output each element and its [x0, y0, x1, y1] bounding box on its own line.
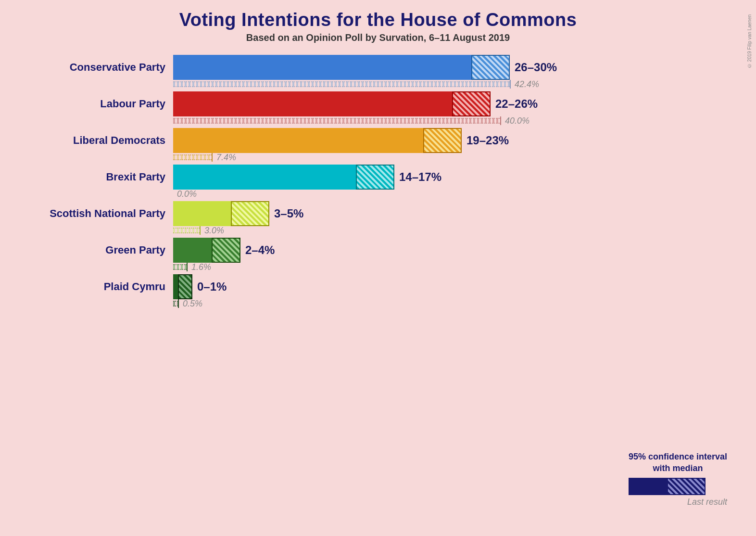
- chart-subtitle: Based on an Opinion Poll by Survation, 6…: [19, 32, 737, 43]
- vertical-line: [200, 226, 201, 235]
- last-result-bar: [173, 118, 500, 124]
- party-row: Conservative Party26–30%42.4%: [34, 55, 737, 89]
- last-result-bar: [173, 228, 200, 233]
- bar-section: 0–1%: [173, 274, 227, 299]
- bar-section: 26–30%: [173, 55, 557, 80]
- solid-bar: [173, 55, 471, 80]
- vertical-line: [510, 80, 511, 89]
- chart-container: Voting Intentions for the House of Commo…: [0, 0, 756, 536]
- solid-bar: [173, 238, 212, 263]
- last-result-line: 40.0%: [173, 116, 737, 125]
- party-row: Labour Party22–26%40.0%: [34, 91, 737, 125]
- bar-line: Scottish National Party3–5%: [34, 201, 737, 226]
- party-row: Scottish National Party3–5%3.0%: [34, 201, 737, 235]
- last-result-line: 0.5%: [173, 299, 737, 308]
- hatch-bar: [356, 165, 394, 190]
- party-label: Plaid Cymru: [34, 281, 173, 293]
- hatch-bar: [178, 274, 192, 299]
- range-label: 0–1%: [197, 280, 227, 294]
- solid-bar: [173, 128, 423, 153]
- range-label: 14–17%: [399, 170, 441, 184]
- last-result-label: Last result: [629, 497, 727, 507]
- last-result-bar: [173, 154, 212, 160]
- vertical-line: [212, 153, 213, 162]
- last-result-line: 7.4%: [173, 153, 737, 162]
- range-label: 26–30%: [515, 61, 557, 74]
- last-result-line: 1.6%: [173, 263, 737, 271]
- last-result-value: 42.4%: [515, 79, 539, 89]
- party-row: Green Party2–4%1.6%: [34, 238, 737, 271]
- legend-solid-bar: [629, 478, 667, 495]
- solid-bar: [173, 274, 178, 299]
- party-row: Brexit Party14–17%0.0%: [34, 165, 737, 198]
- party-label: Labour Party: [34, 98, 173, 110]
- hatch-bar: [423, 128, 462, 153]
- bar-section: 22–26%: [173, 91, 538, 116]
- range-label: 2–4%: [245, 243, 275, 257]
- party-label: Liberal Democrats: [34, 134, 173, 147]
- party-row: Plaid Cymru0–1%0.5%: [34, 274, 737, 308]
- bar-section: 3–5%: [173, 201, 303, 226]
- bar-line: Plaid Cymru0–1%: [34, 274, 737, 299]
- bar-line: Brexit Party14–17%: [34, 165, 737, 190]
- bar-line: Conservative Party26–30%: [34, 55, 737, 80]
- bar-section: 2–4%: [173, 238, 275, 263]
- chart-title: Voting Intentions for the House of Commo…: [19, 10, 737, 30]
- bar-section: 14–17%: [173, 165, 441, 190]
- party-row: Liberal Democrats19–23%7.4%: [34, 128, 737, 162]
- last-result-value: 7.4%: [216, 153, 236, 163]
- party-label: Brexit Party: [34, 171, 173, 183]
- last-result-bar: [173, 264, 187, 270]
- bar-line: Green Party2–4%: [34, 238, 737, 263]
- vertical-line: [178, 299, 179, 308]
- last-result-value: 40.0%: [505, 116, 529, 126]
- legend-hatch-bar: [667, 478, 706, 495]
- last-result-line: 0.0%: [173, 190, 737, 198]
- bar-line: Labour Party22–26%: [34, 91, 737, 116]
- bar-line: Liberal Democrats19–23%: [34, 128, 737, 153]
- range-label: 19–23%: [466, 134, 509, 147]
- last-result-line: 3.0%: [173, 226, 737, 235]
- last-result-line: 42.4%: [173, 80, 737, 89]
- hatch-bar: [212, 238, 240, 263]
- legend-bars: [629, 478, 727, 495]
- vertical-line: [500, 116, 501, 125]
- chart-area: Conservative Party26–30%42.4%Labour Part…: [34, 55, 737, 311]
- bar-section: 19–23%: [173, 128, 509, 153]
- party-label: Conservative Party: [34, 61, 173, 74]
- copyright: © 2019 Filip van Laenen: [747, 14, 752, 68]
- last-result-value: 3.0%: [204, 226, 224, 236]
- range-label: 22–26%: [495, 97, 538, 111]
- solid-bar: [173, 91, 452, 116]
- legend-title: 95% confidence intervalwith median: [629, 451, 727, 474]
- last-result-bar: [173, 301, 178, 306]
- party-label: Green Party: [34, 244, 173, 256]
- hatch-bar: [471, 55, 510, 80]
- confidence-legend: 95% confidence intervalwith median Last …: [629, 451, 727, 507]
- vertical-line: [187, 263, 188, 271]
- hatch-bar: [452, 91, 491, 116]
- solid-bar: [173, 201, 231, 226]
- party-label: Scottish National Party: [34, 207, 173, 220]
- last-result-bar: [173, 81, 510, 87]
- hatch-bar: [231, 201, 269, 226]
- last-result-value: 0.0%: [177, 189, 197, 199]
- solid-bar: [173, 165, 356, 190]
- range-label: 3–5%: [274, 207, 303, 220]
- last-result-value: 1.6%: [191, 262, 211, 272]
- last-result-value: 0.5%: [183, 299, 202, 309]
